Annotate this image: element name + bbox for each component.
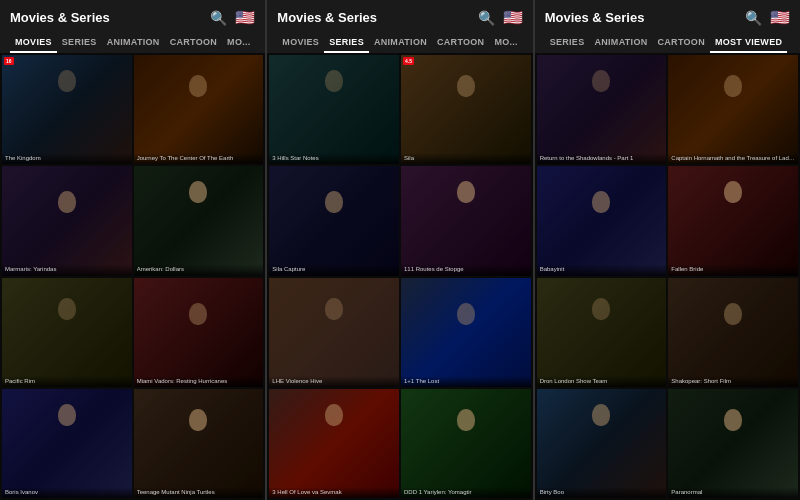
card-figure — [724, 75, 742, 97]
card-overlay — [668, 55, 798, 164]
movie-title: Birty Boo — [540, 489, 664, 496]
movie-card[interactable]: 1+1 The Lost — [401, 278, 531, 387]
flag-icon[interactable]: 🇺🇸 — [503, 8, 523, 27]
card-figure — [58, 70, 76, 92]
movie-info-overlay: Sila Capture — [269, 264, 399, 275]
search-icon[interactable]: 🔍 — [745, 10, 762, 26]
nav-tab-cartoon[interactable]: CARTOON — [653, 33, 710, 53]
movie-title: 1+1 The Lost — [404, 378, 528, 385]
movie-info-overlay: Amerikan: Dollars — [134, 264, 264, 275]
card-figure — [325, 404, 343, 426]
movie-info-overlay: Shakopear: Short Film — [668, 376, 798, 387]
movie-card[interactable]: Journey To The Center Of The Earth — [134, 55, 264, 164]
movie-title: Journey To The Center Of The Earth — [137, 155, 261, 162]
site-title: Movies & Series — [277, 10, 377, 25]
nav-tab-mo---[interactable]: MO... — [222, 33, 255, 53]
card-figure — [457, 409, 475, 431]
card-overlay — [668, 389, 798, 498]
nav-tab-mo---[interactable]: MO... — [489, 33, 522, 53]
movie-card[interactable]: Birty Boo — [537, 389, 667, 498]
content-grid: 16The KingdomJourney To The Center Of Th… — [0, 53, 265, 500]
movie-info-overlay: 3 Hills Star Notes — [269, 153, 399, 164]
card-overlay — [134, 55, 264, 164]
card-overlay — [269, 166, 399, 275]
nav-tab-animation[interactable]: ANIMATION — [369, 33, 432, 53]
movie-card[interactable]: Return to the Shadowlands - Part 1 — [537, 55, 667, 164]
nav-tab-animation[interactable]: ANIMATION — [589, 33, 652, 53]
movie-info-overlay: Sila — [401, 153, 531, 164]
movie-title: LHE Violence Hive — [272, 378, 396, 385]
movie-card[interactable]: LHE Violence Hive — [269, 278, 399, 387]
movie-card[interactable]: Paranormal — [668, 389, 798, 498]
movie-card[interactable]: 111 Routes de Stopge — [401, 166, 531, 275]
movie-info-overlay: Boris Ivanov — [2, 487, 132, 498]
movie-info-overlay: Teenage Mutant Ninja Turtles — [134, 487, 264, 498]
nav-tab-cartoon[interactable]: CARTOON — [432, 33, 489, 53]
card-figure — [189, 303, 207, 325]
movie-card[interactable]: Amerikan: Dollars — [134, 166, 264, 275]
search-icon[interactable]: 🔍 — [478, 10, 495, 26]
flag-icon[interactable]: 🇺🇸 — [235, 8, 255, 27]
panel-3: Movies & Series🔍🇺🇸SERIESANIMATIONCARTOON… — [535, 0, 800, 500]
nav-tab-animation[interactable]: ANIMATION — [102, 33, 165, 53]
card-overlay — [401, 389, 531, 498]
movie-info-overlay: 111 Routes de Stopge — [401, 264, 531, 275]
nav-tabs: MOVIESSERIESANIMATIONCARTOONMO... — [10, 33, 255, 53]
movie-card[interactable]: Boris Ivanov — [2, 389, 132, 498]
movie-card[interactable]: Shakopear: Short Film — [668, 278, 798, 387]
movie-title: Babayinit — [540, 266, 664, 273]
header-3: Movies & Series🔍🇺🇸SERIESANIMATIONCARTOON… — [535, 0, 800, 53]
header-1: Movies & Series🔍🇺🇸MOVIESSERIESANIMATIONC… — [0, 0, 265, 53]
movie-info-overlay: Dron London Show Team — [537, 376, 667, 387]
movie-card[interactable]: 16The Kingdom — [2, 55, 132, 164]
movie-title: Shakopear: Short Film — [671, 378, 795, 385]
movie-title: Dron London Show Team — [540, 378, 664, 385]
movie-card[interactable]: Pacific Rim — [2, 278, 132, 387]
card-figure — [724, 181, 742, 203]
movie-info-overlay: Journey To The Center Of The Earth — [134, 153, 264, 164]
nav-tab-most-viewed[interactable]: MOST VIEWED — [710, 33, 787, 53]
movie-card[interactable]: DDD 1 Yariylen: Yomagtir — [401, 389, 531, 498]
movie-card[interactable]: Teenage Mutant Ninja Turtles — [134, 389, 264, 498]
card-overlay — [2, 166, 132, 275]
movie-title: Amerikan: Dollars — [137, 266, 261, 273]
nav-tab-movies[interactable]: MOVIES — [277, 33, 324, 53]
card-overlay — [668, 278, 798, 387]
movie-badge: 4.5 — [403, 57, 414, 65]
nav-tab-series[interactable]: SERIES — [57, 33, 102, 53]
nav-tab-series[interactable]: SERIES — [324, 33, 369, 53]
movie-card[interactable]: Miami Vadors: Resting Hurricanes — [134, 278, 264, 387]
movie-card[interactable]: Sila Capture — [269, 166, 399, 275]
movie-title: Return to the Shadowlands - Part 1 — [540, 155, 664, 162]
movie-card[interactable]: Babayinit — [537, 166, 667, 275]
card-overlay — [134, 389, 264, 498]
nav-tab-cartoon[interactable]: CARTOON — [165, 33, 222, 53]
card-figure — [592, 70, 610, 92]
movie-title: DDD 1 Yariylen: Yomagtir — [404, 489, 528, 496]
site-title: Movies & Series — [545, 10, 645, 25]
app-container: Movies & Series🔍🇺🇸MOVIESSERIESANIMATIONC… — [0, 0, 800, 500]
card-figure — [592, 298, 610, 320]
movie-card[interactable]: 4.5Sila — [401, 55, 531, 164]
card-figure — [58, 191, 76, 213]
movie-card[interactable]: Fallen Bride — [668, 166, 798, 275]
movie-info-overlay: Fallen Bride — [668, 264, 798, 275]
movie-badge: 16 — [4, 57, 14, 65]
movie-info-overlay: Birty Boo — [537, 487, 667, 498]
card-figure — [325, 70, 343, 92]
nav-tab-series[interactable]: SERIES — [545, 33, 590, 53]
card-figure — [58, 298, 76, 320]
nav-tabs: MOVIESSERIESANIMATIONCARTOONMO... — [277, 33, 522, 53]
movie-title: The Kingdom — [5, 155, 129, 162]
movie-card[interactable]: 3 Hills Star Notes — [269, 55, 399, 164]
search-icon[interactable]: 🔍 — [210, 10, 227, 26]
card-overlay — [537, 278, 667, 387]
movie-card[interactable]: 3 Hell Of Love va Sevmak — [269, 389, 399, 498]
movie-card[interactable]: Captain Hornamath and the Treasure of La… — [668, 55, 798, 164]
nav-tab-movies[interactable]: MOVIES — [10, 33, 57, 53]
flag-icon[interactable]: 🇺🇸 — [770, 8, 790, 27]
movie-title: 3 Hills Star Notes — [272, 155, 396, 162]
movie-card[interactable]: Marmaris: Yarindas — [2, 166, 132, 275]
movie-card[interactable]: Dron London Show Team — [537, 278, 667, 387]
nav-tabs: SERIESANIMATIONCARTOONMOST VIEWED — [545, 33, 790, 53]
